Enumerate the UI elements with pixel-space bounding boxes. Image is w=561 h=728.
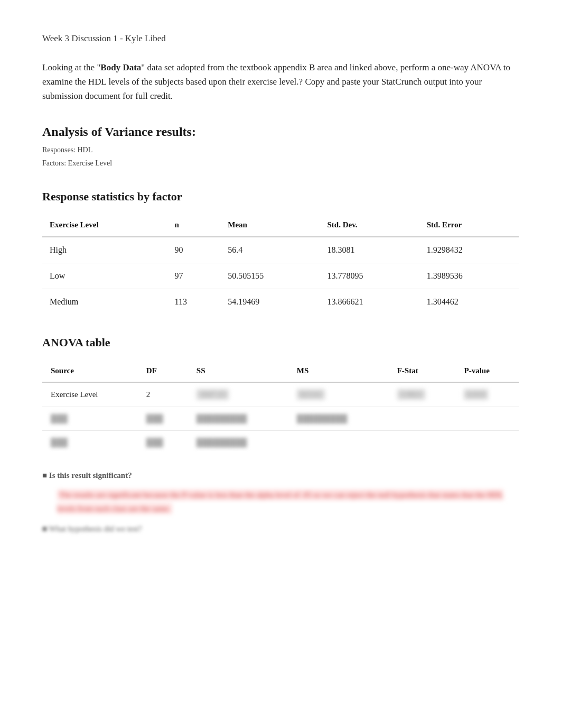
anova-header-row: Source DF SS MS F-Stat P-value	[42, 360, 519, 383]
answer-item-2: ■ What hypothesis did we test?	[42, 523, 519, 535]
col-header-exercise-level: Exercise Level	[42, 214, 167, 237]
blurred-value: 1847.23	[197, 389, 229, 400]
cell-mean-high: 56.4	[220, 237, 320, 263]
cell-stderr-medium: 1.304462	[419, 289, 519, 315]
anova-section: ANOVA table Source DF SS MS F-Stat P-val…	[42, 334, 519, 535]
anova-source-exercise: Exercise Level	[42, 382, 138, 407]
table-row: ███ ███ █████████	[42, 431, 519, 455]
answer-q1-text: The results are significant because the …	[57, 490, 503, 514]
response-statistics-table: Exercise Level n Mean Std. Dev. Std. Err…	[42, 214, 519, 315]
anova-table: Source DF SS MS F-Stat P-value Exercise …	[42, 360, 519, 455]
answer-item-1: ■ Is this result significant?	[42, 469, 519, 482]
anova-df-exercise: 2	[138, 382, 188, 407]
response-table-header-row: Exercise Level n Mean Std. Dev. Std. Err…	[42, 214, 519, 237]
col-header-std-error: Std. Error	[419, 214, 519, 237]
blurred-value: 3.9821	[397, 389, 425, 400]
anova-fstat-exercise: 3.9821	[389, 382, 456, 407]
blurred-value: 0.019	[464, 389, 488, 400]
cell-mean-medium: 54.19469	[220, 289, 320, 315]
anova-fstat-row2	[389, 407, 456, 431]
anova-col-pvalue: P-value	[455, 360, 519, 383]
anova-heading: ANOVA table	[42, 334, 519, 351]
col-header-std-dev: Std. Dev.	[320, 214, 419, 237]
anova-col-ss: SS	[188, 360, 288, 383]
intro-paragraph: Looking at the "Body Data" data set adop…	[42, 60, 519, 104]
cell-stddev-high: 18.3081	[320, 237, 419, 263]
cell-stderr-high: 1.9298432	[419, 237, 519, 263]
answer-item-1-text: The results are significant because the …	[42, 489, 519, 515]
cell-level-medium: Medium	[42, 289, 167, 315]
table-row: Low 97 50.505155 13.778095 1.3989536	[42, 263, 519, 289]
anova-ss-row3: █████████	[188, 431, 288, 455]
anova-ms-row2: █████████	[288, 407, 389, 431]
anova-col-source: Source	[42, 360, 138, 383]
anova-col-df: DF	[138, 360, 188, 383]
analysis-section: Analysis of Variance results: Responses:…	[42, 122, 519, 169]
anova-ms-exercise: 923.61	[288, 382, 389, 407]
table-row: Exercise Level 2 1847.23 923.61 3.9821 0…	[42, 382, 519, 407]
col-header-n: n	[167, 214, 220, 237]
anova-col-ms: MS	[288, 360, 389, 383]
page-title: Week 3 Discussion 1 - Kyle Libed	[42, 32, 519, 45]
factors-label: Factors: Exercise Level	[42, 158, 519, 169]
anova-pvalue-row2	[455, 407, 519, 431]
anova-df-row3: ███	[138, 431, 188, 455]
answer-section: ■ Is this result significant? The result…	[42, 469, 519, 535]
analysis-heading: Analysis of Variance results:	[42, 122, 519, 141]
bold-dataset-name: Body Data	[100, 62, 141, 72]
blurred-value: 923.61	[297, 389, 325, 400]
anova-fstat-row3	[389, 431, 456, 455]
col-header-mean: Mean	[220, 214, 320, 237]
cell-stddev-low: 13.778095	[320, 263, 419, 289]
table-row: Medium 113 54.19469 13.866621 1.304462	[42, 289, 519, 315]
anova-col-fstat: F-Stat	[389, 360, 456, 383]
table-row: High 90 56.4 18.3081 1.9298432	[42, 237, 519, 263]
anova-df-row2: ███	[138, 407, 188, 431]
response-stats-section: Response statistics by factor Exercise L…	[42, 188, 519, 315]
cell-stderr-low: 1.3989536	[419, 263, 519, 289]
cell-n-low: 97	[167, 263, 220, 289]
responses-label: Responses: HDL	[42, 144, 519, 155]
anova-pvalue-row3	[455, 431, 519, 455]
cell-n-medium: 113	[167, 289, 220, 315]
cell-level-high: High	[42, 237, 167, 263]
cell-mean-low: 50.505155	[220, 263, 320, 289]
cell-n-high: 90	[167, 237, 220, 263]
cell-level-low: Low	[42, 263, 167, 289]
anova-ms-row3	[288, 431, 389, 455]
response-stats-heading: Response statistics by factor	[42, 188, 519, 205]
anova-source-row2: ███	[42, 407, 138, 431]
anova-ss-row2: █████████	[188, 407, 288, 431]
cell-stddev-medium: 13.866621	[320, 289, 419, 315]
anova-pvalue-exercise: 0.019	[455, 382, 519, 407]
answer-q2-label: ■ What hypothesis did we test?	[42, 524, 142, 533]
anova-ss-exercise: 1847.23	[188, 382, 288, 407]
table-row: ███ ███ █████████ █████████	[42, 407, 519, 431]
answer-q1-label: ■ Is this result significant?	[42, 471, 132, 480]
anova-source-row3: ███	[42, 431, 138, 455]
